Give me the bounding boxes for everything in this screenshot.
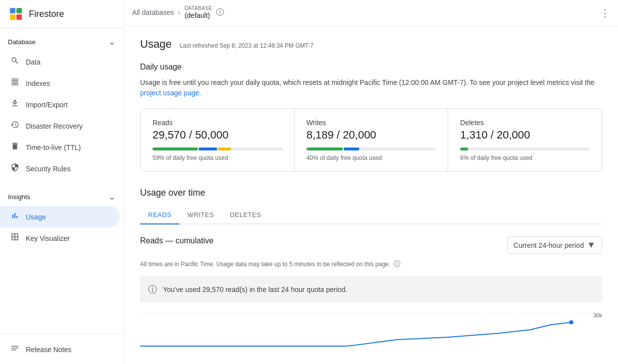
tab-writes[interactable]: WRITES: [179, 206, 222, 224]
sidebar-item-data[interactable]: Data: [0, 51, 120, 73]
db-label: DATABASE: [184, 5, 212, 11]
daily-usage-desc: Usage is free until you reach your daily…: [140, 77, 602, 98]
deletes-quota-text: 6% of daily free quota used: [460, 154, 590, 161]
sidebar-item-key-visualizer-label: Key Visualizer: [26, 234, 70, 242]
info-banner: ⓘ You've used 29,570 read(s) in the last…: [140, 277, 602, 302]
sidebar-item-usage[interactable]: Usage: [0, 206, 120, 227]
sidebar-item-indexes[interactable]: Indexes: [0, 73, 120, 94]
writes-segment-2: [344, 147, 359, 150]
svg-point-5: [569, 320, 573, 324]
chevron-up-icon: ⌄: [108, 36, 116, 47]
sidebar-item-release-notes-label: Release Notes: [26, 346, 72, 354]
sidebar-item-key-visualizer[interactable]: Key Visualizer: [0, 227, 120, 249]
breadcrumb-arrow-icon: ›: [178, 8, 180, 17]
upload-icon: [10, 99, 20, 110]
sidebar-item-import-export-label: Import/Export: [26, 101, 68, 109]
tabs: READS WRITES DELETES: [140, 206, 602, 224]
deletes-segment-1: [460, 147, 468, 150]
writes-card-value: 8,189 / 20,000: [307, 129, 436, 142]
page-content: Usage Last refreshed Sep 8, 2023 at 12:4…: [124, 26, 618, 364]
svg-rect-3: [16, 14, 22, 20]
app-title: Firestore: [29, 9, 64, 19]
writes-segment-1: [307, 147, 343, 150]
db-name: (default): [184, 11, 212, 20]
sidebar-item-security-rules[interactable]: Security Rules: [0, 158, 120, 179]
bar-chart-icon: [10, 211, 20, 222]
page-header: Usage Last refreshed Sep 8, 2023 at 12:4…: [140, 38, 602, 51]
grid-icon: [10, 232, 20, 244]
deletes-segment-remaining: [469, 147, 590, 150]
reads-card-value: 29,570 / 50,000: [153, 129, 282, 142]
deletes-card-title: Deletes: [460, 119, 590, 127]
sidebar-item-disaster-recovery[interactable]: Disaster Recovery: [0, 115, 120, 137]
all-databases-link[interactable]: All databases: [132, 8, 174, 16]
more-options-icon[interactable]: ⋮: [600, 7, 610, 19]
reads-segment-3: [218, 147, 231, 150]
sidebar-item-data-label: Data: [26, 58, 41, 66]
insights-section-header[interactable]: Insights ⌄: [0, 187, 124, 206]
tab-reads[interactable]: READS: [140, 206, 179, 224]
tab-deletes[interactable]: DELETES: [222, 206, 269, 224]
info-icon[interactable]: ⓘ: [216, 7, 224, 18]
project-usage-link[interactable]: project usage page.: [140, 89, 201, 97]
reads-segment-1: [153, 147, 198, 150]
reads-segment-2: [199, 147, 217, 150]
sidebar-item-security-rules-label: Security Rules: [26, 165, 71, 173]
dropdown-arrow-icon: ▼: [587, 240, 596, 250]
insights-section: Insights ⌄ Usage Key Visualizer: [0, 183, 124, 253]
topbar: All databases › DATABASE (default) ⓘ ⋮: [124, 0, 618, 26]
writes-card-title: Writes: [307, 119, 436, 127]
sidebar-item-indexes-label: Indexes: [26, 79, 50, 87]
page-title: Usage: [140, 38, 172, 51]
chart-header: Reads — cumulative Current 24-hour perio…: [140, 236, 602, 254]
usage-over-time-title: Usage over time: [140, 188, 602, 198]
sidebar-item-ttl[interactable]: Time-to-live (TTL): [0, 137, 120, 158]
chart-y-label: 30k: [593, 312, 602, 318]
svg-rect-0: [10, 8, 15, 13]
deletes-card-value: 1,310 / 20,000: [460, 129, 590, 142]
banner-info-icon: ⓘ: [148, 284, 157, 295]
usage-cards: Reads 29,570 / 50,000 59% of daily free …: [140, 108, 602, 172]
reads-card: Reads 29,570 / 50,000 59% of daily free …: [141, 109, 295, 171]
writes-segment-remaining: [360, 147, 436, 150]
daily-usage-title: Daily usage: [140, 63, 602, 72]
reads-segment-remaining: [232, 147, 282, 150]
sidebar-item-release-notes[interactable]: Release Notes: [0, 339, 120, 360]
breadcrumb: All databases › DATABASE (default) ⓘ: [132, 5, 224, 20]
period-dropdown[interactable]: Current 24-hour period ▼: [507, 236, 602, 254]
sidebar-footer: Release Notes: [0, 334, 124, 364]
trash-icon: [10, 142, 20, 153]
writes-progress-bar: [307, 147, 436, 150]
chart-title: Reads — cumulative: [140, 236, 214, 245]
period-label: Current 24-hour period: [514, 241, 584, 249]
history-icon: [10, 120, 20, 132]
sidebar-header: Firestore: [0, 0, 124, 28]
insights-chevron-icon: ⌄: [108, 191, 116, 202]
reads-card-title: Reads: [153, 119, 282, 127]
writes-quota-text: 40% of daily free quota used: [307, 154, 436, 161]
reads-quota-text: 59% of daily free quota used: [153, 154, 282, 161]
chart-area: 30k: [140, 312, 602, 352]
help-icon[interactable]: ⓘ: [393, 260, 400, 269]
database-section-header[interactable]: Database ⌄: [0, 32, 124, 51]
shield-icon: [10, 163, 20, 174]
app-logo: [8, 6, 24, 22]
sidebar-item-import-export[interactable]: Import/Export: [0, 94, 120, 115]
main-content: All databases › DATABASE (default) ⓘ ⋮ U…: [124, 0, 618, 364]
reads-progress-bar: [153, 147, 282, 150]
sidebar-item-usage-label: Usage: [26, 213, 46, 221]
svg-rect-2: [10, 14, 15, 20]
sidebar: Firestore Database ⌄ Data Indexes Import…: [0, 0, 124, 364]
deletes-progress-bar: [460, 147, 590, 150]
writes-card: Writes 8,189 / 20,000 40% of daily free …: [295, 109, 449, 171]
reads-chart: [140, 312, 602, 347]
database-section: Database ⌄ Data Indexes Import/Export: [0, 28, 124, 183]
sidebar-item-disaster-recovery-label: Disaster Recovery: [26, 122, 82, 130]
chart-note: All times are in Pacific Time. Usage dat…: [140, 260, 602, 269]
notes-icon: [10, 344, 20, 355]
deletes-card: Deletes 1,310 / 20,000 6% of daily free …: [448, 109, 602, 171]
search-icon: [10, 56, 20, 68]
indexes-icon: [10, 77, 20, 89]
banner-text: You've used 29,570 read(s) in the last 2…: [163, 286, 347, 293]
sidebar-item-ttl-label: Time-to-live (TTL): [26, 144, 81, 151]
